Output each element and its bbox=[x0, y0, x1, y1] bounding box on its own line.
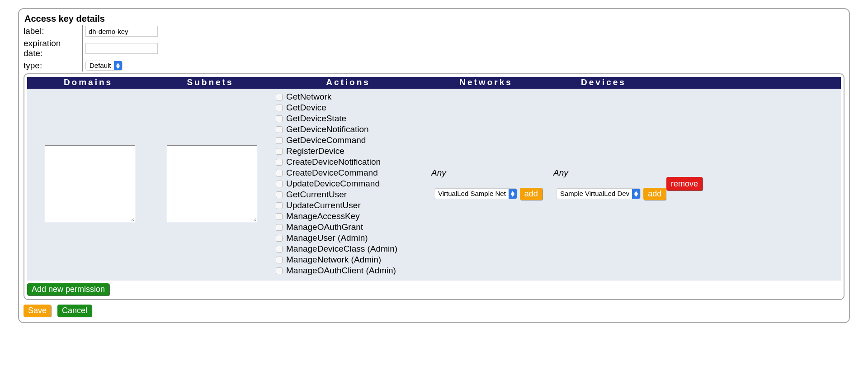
label-input[interactable] bbox=[85, 26, 158, 37]
action-label: ManageOAuthClient (Admin) bbox=[286, 265, 396, 276]
action-checkbox[interactable] bbox=[276, 94, 283, 100]
action-label: UpdateCurrentUser bbox=[286, 200, 361, 211]
svg-marker-5 bbox=[634, 194, 638, 197]
header-domains: Domains bbox=[27, 77, 149, 89]
action-checkbox[interactable] bbox=[276, 267, 283, 274]
action-row: RegisterDevice bbox=[276, 146, 344, 157]
action-row: ManageOAuthClient (Admin) bbox=[276, 265, 396, 276]
access-key-panel: Access key details label: expiration dat… bbox=[18, 8, 850, 323]
action-row: ManageUser (Admin) bbox=[276, 233, 368, 243]
add-new-permission-button[interactable]: Add new permission bbox=[27, 283, 109, 296]
action-checkbox[interactable] bbox=[276, 126, 283, 133]
svg-marker-0 bbox=[116, 63, 120, 66]
action-checkbox[interactable] bbox=[276, 213, 283, 220]
action-label: ManageNetwork (Admin) bbox=[286, 254, 381, 265]
action-row: GetDeviceState bbox=[276, 113, 346, 124]
permissions-panel: Domains Subnets Actions Networks Devices… bbox=[24, 73, 844, 300]
svg-marker-1 bbox=[116, 66, 120, 69]
action-row: GetNetwork bbox=[276, 91, 331, 102]
action-checkbox[interactable] bbox=[276, 191, 283, 198]
subnets-textarea[interactable] bbox=[167, 145, 257, 222]
page-title: Access key details bbox=[24, 14, 844, 24]
action-label: ManageOAuthGrant bbox=[286, 222, 363, 233]
action-row: ManageDeviceClass (Admin) bbox=[276, 243, 397, 254]
expiration-input[interactable] bbox=[85, 43, 158, 54]
action-checkbox[interactable] bbox=[276, 181, 283, 187]
action-label: ManageAccessKey bbox=[286, 211, 360, 222]
action-label: GetDeviceCommand bbox=[286, 135, 366, 146]
action-row: CreateDeviceNotification bbox=[276, 157, 381, 167]
action-checkbox[interactable] bbox=[276, 257, 283, 263]
action-row: GetCurrentUser bbox=[276, 189, 347, 200]
action-label: CreateDeviceCommand bbox=[286, 167, 378, 178]
action-checkbox[interactable] bbox=[276, 137, 283, 144]
type-select[interactable]: Default bbox=[85, 61, 123, 71]
action-row: CreateDeviceCommand bbox=[276, 167, 378, 178]
action-checkbox[interactable] bbox=[276, 170, 283, 176]
header-networks: Networks bbox=[425, 77, 547, 89]
chevron-updown-icon bbox=[632, 189, 640, 199]
action-row: ManageOAuthGrant bbox=[276, 222, 363, 233]
chevron-updown-icon bbox=[114, 61, 122, 70]
action-row: ManageAccessKey bbox=[276, 211, 360, 222]
add-network-button[interactable]: add bbox=[520, 188, 542, 200]
type-caption: type: bbox=[24, 59, 82, 72]
devices-any-label: Any bbox=[553, 168, 568, 178]
networks-select[interactable]: VirtualLed Sample Net bbox=[434, 188, 517, 199]
permission-row: GetNetworkGetDeviceGetDeviceStateGetDevi… bbox=[27, 89, 841, 281]
action-row: UpdateCurrentUser bbox=[276, 200, 361, 211]
header-devices: Devices bbox=[547, 77, 660, 89]
action-checkbox[interactable] bbox=[276, 246, 283, 253]
action-row: GetDevice bbox=[276, 102, 326, 113]
cancel-button[interactable]: Cancel bbox=[57, 305, 92, 317]
chevron-updown-icon bbox=[509, 189, 517, 199]
save-button[interactable]: Save bbox=[24, 305, 51, 317]
action-checkbox[interactable] bbox=[276, 202, 283, 209]
action-label: RegisterDevice bbox=[286, 146, 344, 157]
action-label: CreateDeviceNotification bbox=[286, 157, 381, 167]
action-checkbox[interactable] bbox=[276, 148, 283, 155]
details-form: label: expiration date: type: Default bbox=[24, 25, 160, 72]
svg-marker-3 bbox=[511, 194, 514, 197]
action-checkbox[interactable] bbox=[276, 115, 283, 122]
action-label: GetCurrentUser bbox=[286, 189, 347, 200]
action-label: GetDevice bbox=[286, 102, 326, 113]
action-checkbox[interactable] bbox=[276, 159, 283, 166]
action-label: UpdateDeviceCommand bbox=[286, 178, 380, 189]
remove-permission-button[interactable]: remove bbox=[666, 177, 703, 191]
action-row: ManageNetwork (Admin) bbox=[276, 254, 381, 265]
networks-any-label: Any bbox=[431, 168, 446, 178]
header-subnets: Subnets bbox=[149, 77, 271, 89]
permissions-header: Domains Subnets Actions Networks Devices bbox=[27, 77, 841, 89]
action-label: GetNetwork bbox=[286, 91, 331, 102]
header-actions: Actions bbox=[271, 77, 425, 89]
action-row: UpdateDeviceCommand bbox=[276, 178, 380, 189]
action-label: GetDeviceState bbox=[286, 113, 346, 124]
action-row: GetDeviceCommand bbox=[276, 135, 366, 146]
action-label: ManageDeviceClass (Admin) bbox=[286, 243, 397, 254]
action-label: GetDeviceNotification bbox=[286, 124, 369, 135]
devices-select[interactable]: Sample VirtualLed Dev bbox=[556, 188, 641, 199]
action-checkbox[interactable] bbox=[276, 224, 283, 231]
svg-marker-2 bbox=[511, 191, 514, 194]
action-checkbox[interactable] bbox=[276, 105, 283, 111]
expiration-caption: expiration date: bbox=[24, 38, 82, 59]
label-caption: label: bbox=[24, 25, 82, 38]
action-checkbox[interactable] bbox=[276, 235, 283, 242]
action-label: ManageUser (Admin) bbox=[286, 233, 368, 243]
action-row: GetDeviceNotification bbox=[276, 124, 369, 135]
svg-marker-4 bbox=[634, 191, 638, 194]
domains-textarea[interactable] bbox=[45, 145, 135, 222]
